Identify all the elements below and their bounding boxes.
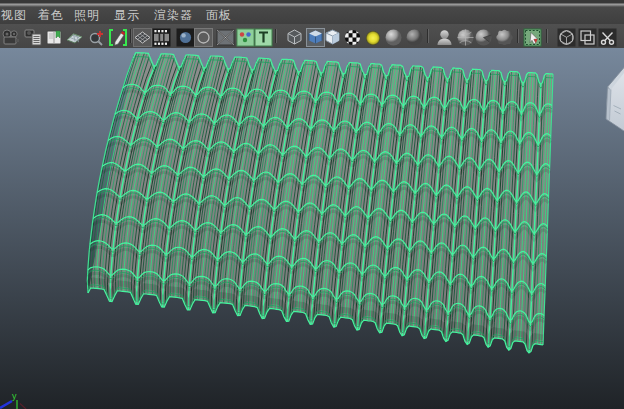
svg-text:y: y <box>12 391 17 401</box>
